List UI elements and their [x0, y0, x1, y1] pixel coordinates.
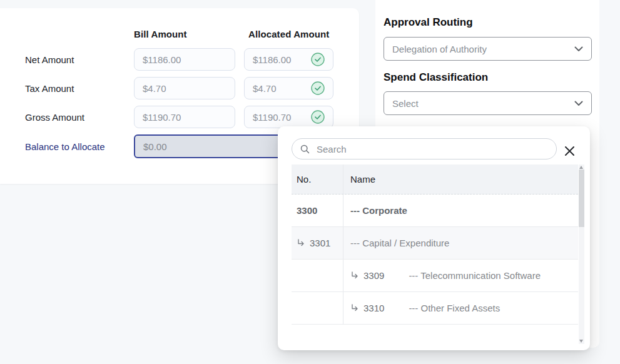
- bill-amount-column-header: Bill Amount: [134, 29, 187, 39]
- scrollbar-down-arrow-icon[interactable]: [579, 340, 583, 343]
- picker-search-box[interactable]: [292, 138, 557, 159]
- scrollbar-up-arrow-icon[interactable]: [579, 166, 583, 169]
- spend-classification-picker-popup: No. Name 3300 --- Corporate 3301 --- Cap…: [278, 126, 590, 350]
- check-circle-icon: [311, 81, 325, 95]
- tax-bill-amount-value: $4.70: [143, 83, 166, 94]
- row-name: --- Other Fixed Assets: [409, 303, 500, 313]
- subdirectory-arrow-icon: [350, 271, 359, 280]
- chevron-down-icon: [574, 46, 583, 52]
- gross-bill-amount-input[interactable]: $1190.70: [134, 106, 235, 128]
- search-icon: [300, 144, 310, 154]
- spend-classification-selected-value: Select: [392, 98, 419, 109]
- spend-classification-title: Spend Classification: [384, 71, 488, 84]
- table-row[interactable]: 3309 --- Telecommunication Software: [292, 260, 578, 292]
- column-header-no: No.: [292, 164, 343, 194]
- classification-table: No. Name 3300 --- Corporate 3301 --- Cap…: [292, 164, 578, 341]
- tax-bill-amount-input[interactable]: $4.70: [134, 77, 235, 99]
- picker-search-input[interactable]: [315, 143, 548, 155]
- approval-routing-select[interactable]: Delegation of Authority: [384, 37, 592, 61]
- balance-to-allocate-value: $0.00: [143, 141, 167, 152]
- gross-allocated-amount-input[interactable]: $1190.70: [244, 106, 333, 128]
- gross-bill-amount-value: $1190.70: [143, 112, 181, 123]
- allocated-amount-column-header: Allocated Amount: [248, 29, 329, 39]
- net-bill-amount-value: $1186.00: [143, 54, 181, 65]
- tax-allocated-amount-input[interactable]: $4.70: [244, 77, 333, 99]
- table-empty-space: [292, 325, 578, 341]
- table-row[interactable]: 3300 --- Corporate: [292, 195, 578, 227]
- row-name: --- Telecommunication Software: [409, 270, 541, 281]
- row-name: --- Corporate: [350, 205, 407, 216]
- spend-classification-select[interactable]: Select: [384, 91, 592, 115]
- close-icon[interactable]: [562, 143, 577, 158]
- net-amount-label: Net Amount: [25, 48, 74, 71]
- row-number: 3300: [297, 205, 317, 216]
- net-bill-amount-input[interactable]: $1186.00: [134, 48, 235, 71]
- subdirectory-arrow-icon: [350, 304, 359, 312]
- balance-to-allocate-label: Balance to Allocate: [25, 134, 105, 158]
- gross-amount-label: Gross Amount: [25, 106, 84, 128]
- net-allocated-amount-input[interactable]: $1186.00: [244, 48, 333, 71]
- chevron-down-icon: [574, 101, 583, 106]
- approval-routing-selected-value: Delegation of Authority: [392, 44, 487, 54]
- check-circle-icon: [311, 110, 325, 124]
- net-allocated-amount-value: $1186.00: [253, 54, 291, 65]
- row-number: 3309: [363, 270, 384, 281]
- table-row[interactable]: 3310 --- Other Fixed Assets: [292, 292, 578, 325]
- table-row[interactable]: 3301 --- Capital / Expenditure: [292, 227, 578, 260]
- approval-routing-title: Approval Routing: [384, 16, 473, 29]
- gross-allocated-amount-value: $1190.70: [253, 112, 291, 123]
- column-header-name: Name: [343, 164, 578, 194]
- scrollbar-track[interactable]: [579, 164, 584, 344]
- check-circle-icon: [311, 53, 325, 66]
- tax-allocated-amount-value: $4.70: [253, 83, 277, 94]
- row-name: --- Capital / Expenditure: [350, 238, 449, 248]
- subdirectory-arrow-icon: [297, 239, 305, 247]
- scrollbar-thumb[interactable]: [579, 169, 584, 227]
- row-number: 3310: [363, 303, 384, 313]
- table-header-row: No. Name: [292, 164, 578, 195]
- tax-amount-label: Tax Amount: [25, 77, 74, 99]
- row-number: 3301: [310, 238, 330, 248]
